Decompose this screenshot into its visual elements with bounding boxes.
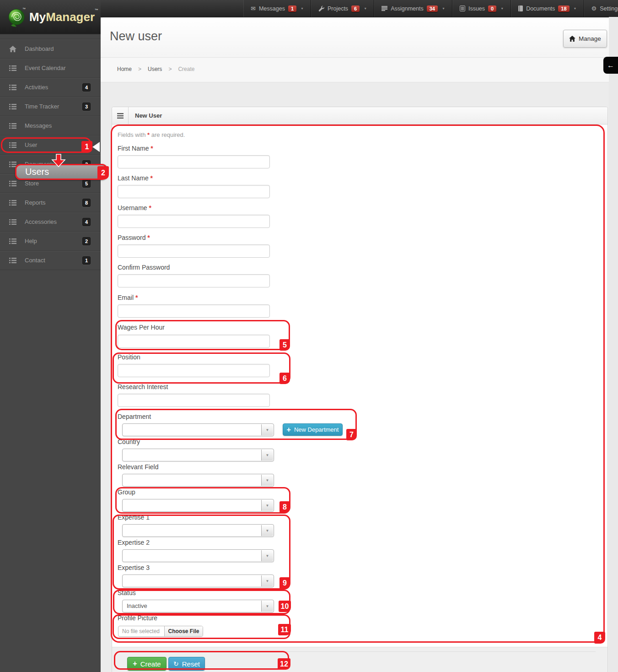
breadcrumb-separator-icon: > [168,66,172,72]
sidebar-item-contact[interactable]: Contact 1 [0,251,101,270]
profile-picture-file-input[interactable]: No file selected Choose File [118,626,203,637]
chevron-down-icon: ▼ [574,7,577,10]
expertise-1-label: Expertise 1 [118,514,150,521]
svg-text:™: ™ [22,7,26,11]
nav-issues[interactable]: Issues 0 ▼ [452,0,511,17]
list-icon [9,238,18,244]
activities-badge: 4 [82,83,91,92]
breadcrumb-users[interactable]: Users [148,66,162,72]
email-label: Email * [118,294,138,301]
relevant-field-select[interactable]: ▼ [122,474,274,487]
sidebar-item-activities[interactable]: Activities 4 [0,78,101,97]
users-submenu-popup[interactable]: Users [15,164,107,180]
hamburger-icon [117,113,124,119]
list-icon [9,200,18,206]
group-select[interactable]: ▼ [122,499,274,512]
list-icon [9,219,18,225]
status-label: Status [118,589,136,596]
position-field[interactable] [118,364,270,377]
expertise-2-select[interactable]: ▼ [122,549,274,562]
department-select[interactable]: ▼ [122,423,274,436]
plus-icon: + [287,426,291,434]
sidebar-item-event-calendar[interactable]: Event Calendar [0,59,101,78]
password-field[interactable] [118,244,270,258]
last-name-field[interactable] [118,185,270,198]
snail-logo-icon: ™ [7,6,27,28]
wages-per-hour-field[interactable] [118,335,270,348]
panel-collapse-button[interactable] [112,107,129,124]
sidebar-item-help[interactable]: Help 2 [0,232,101,251]
sidebar-item-user[interactable]: User [0,135,101,155]
help-badge: 2 [82,237,91,245]
password-label: Password * [118,234,150,241]
dropdown-arrow-icon: ▼ [266,579,269,583]
status-select[interactable]: Inactive ▼ [122,600,274,612]
country-select[interactable]: ▼ [122,449,274,461]
confirm-password-field[interactable] [118,274,270,287]
nav-settings[interactable]: ⚙ Settings [584,0,618,17]
expertise-3-select[interactable]: ▼ [122,574,274,587]
username-field[interactable] [118,215,270,228]
issue-list-icon [460,5,465,11]
list-icon [9,181,18,186]
document-icon [518,5,523,11]
time-tracker-badge: 3 [82,103,91,111]
new-user-panel: New User Fields with * are required. Fir… [112,107,608,672]
messages-badge: 1 [288,5,296,12]
required-note: Fields with * are required. [118,131,185,138]
username-label: Username * [118,204,151,211]
manage-button-label: Manage [579,35,601,42]
country-label: Country [118,438,140,445]
breadcrumb-home[interactable]: Home [117,66,132,72]
dropdown-arrow-icon: ▼ [266,453,269,457]
nav-assignments[interactable]: Assignments 34 ▼ [374,0,452,17]
home-icon [9,46,18,52]
list-icon [9,258,18,263]
sidebar-item-reports[interactable]: Reports 8 [0,193,101,212]
sidebar-item-messages[interactable]: Messages [0,116,101,135]
new-department-button[interactable]: + New Department [283,423,343,436]
panel-header: New User [112,107,607,125]
reports-badge: 8 [82,199,91,207]
app-logo: ™ MyManager™ [0,0,101,34]
chevron-down-icon: ▼ [442,7,445,10]
trademark-mark: ™ [95,8,98,12]
dropdown-arrow-icon: ▼ [266,529,269,533]
choose-file-button[interactable]: Choose File [164,626,203,636]
manage-button[interactable]: Manage [563,30,607,48]
research-interest-label: Research Interest [118,383,168,390]
projects-badge: 6 [351,5,360,12]
sidebar-item-time-tracker[interactable]: Time Tracker 3 [0,97,101,116]
plus-icon: + [133,660,137,667]
users-submenu-label: Users [25,167,49,177]
first-name-field[interactable] [118,155,270,168]
chevron-down-icon: ▼ [301,7,304,10]
sidebar-item-accessories[interactable]: Accessories 4 [0,212,101,232]
file-status-text: No file selected [118,626,164,636]
brand-prefix: My [29,10,46,24]
wages-per-hour-label: Wages Per Hour [118,324,165,331]
nav-projects[interactable]: Projects 6 ▼ [311,0,374,17]
expertise-1-select[interactable]: ▼ [122,524,274,537]
email-field[interactable] [118,304,270,318]
sidebar-collapse-tab[interactable]: ← [603,57,618,74]
list-icon [9,65,18,71]
research-interest-field[interactable] [118,394,270,407]
divider [122,651,596,652]
brand-suffix: Manager [46,10,95,24]
breadcrumb-create: Create [178,66,194,72]
list-icon [9,123,18,129]
page-title: New user [110,29,162,43]
new-user-form: Fields with * are required. First Name *… [112,125,607,647]
refresh-icon: ↻ [173,661,179,667]
reset-button[interactable]: ↻ Reset [168,657,205,671]
asterisk-icon: * [147,131,150,138]
envelope-icon: ✉ [251,5,256,11]
create-button[interactable]: + Create [127,657,167,671]
content-area: New user Manage Home > Users > Create Ne… [101,17,609,672]
sidebar-menu: Dashboard Event Calendar Activities 4 Ti… [0,39,101,270]
sidebar-item-dashboard[interactable]: Dashboard [0,39,101,59]
nav-documents[interactable]: Documents 18 ▼ [511,0,584,17]
nav-messages[interactable]: ✉ Messages 1 ▼ [243,0,311,17]
list-icon [9,142,18,148]
